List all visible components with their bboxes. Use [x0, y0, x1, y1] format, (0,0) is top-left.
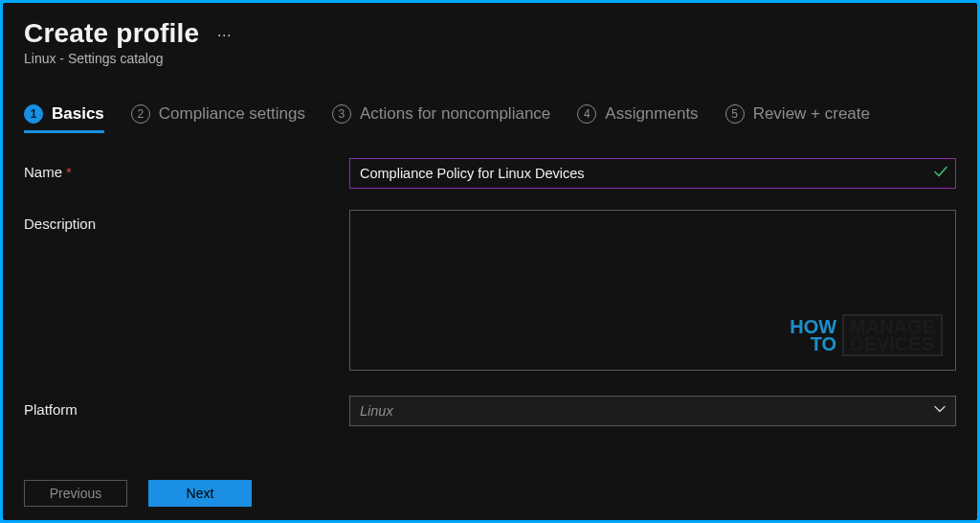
- tab-review-create[interactable]: 5 Review + create: [725, 104, 870, 132]
- tab-label: Review + create: [753, 104, 870, 124]
- required-star-icon: *: [66, 164, 72, 180]
- tab-label: Basics: [52, 104, 104, 124]
- platform-label: Platform: [24, 396, 349, 418]
- description-input[interactable]: [349, 210, 956, 371]
- platform-select-wrap: Linux: [349, 396, 956, 426]
- basics-form: Name* Description Platform Linux: [24, 158, 956, 426]
- wizard-footer: Previous Next: [24, 480, 252, 507]
- create-profile-window: Create profile … Linux - Settings catalo…: [3, 3, 977, 520]
- page-subtitle: Linux - Settings catalog: [24, 51, 956, 66]
- platform-select[interactable]: Linux: [349, 396, 956, 426]
- more-icon[interactable]: …: [216, 23, 233, 40]
- step-number-icon: 3: [332, 104, 351, 124]
- description-row: Description: [24, 210, 956, 375]
- platform-row: Platform Linux: [24, 396, 956, 426]
- step-number-icon: 4: [577, 104, 596, 124]
- platform-selected-value: Linux: [360, 403, 393, 419]
- tab-label: Assignments: [605, 104, 698, 124]
- tab-compliance-settings[interactable]: 2 Compliance settings: [131, 104, 305, 132]
- name-row: Name*: [24, 158, 956, 189]
- description-input-wrap: [349, 210, 956, 375]
- name-label: Name*: [24, 158, 349, 180]
- step-number-icon: 2: [131, 104, 150, 124]
- tab-actions-noncompliance[interactable]: 3 Actions for noncompliance: [332, 104, 550, 132]
- tab-label: Compliance settings: [159, 104, 305, 124]
- name-input[interactable]: [349, 158, 956, 189]
- description-label: Description: [24, 210, 349, 232]
- tab-basics[interactable]: 1 Basics: [24, 104, 104, 132]
- tab-assignments[interactable]: 4 Assignments: [577, 104, 698, 132]
- name-input-wrap: [349, 158, 956, 189]
- header: Create profile …: [24, 18, 956, 49]
- page-title: Create profile: [24, 18, 199, 49]
- step-number-icon: 5: [725, 104, 745, 124]
- next-button[interactable]: Next: [148, 480, 252, 507]
- name-label-text: Name: [24, 164, 62, 180]
- previous-button[interactable]: Previous: [24, 480, 127, 507]
- wizard-tabs: 1 Basics 2 Compliance settings 3 Actions…: [24, 104, 956, 133]
- step-number-icon: 1: [24, 104, 43, 124]
- tab-label: Actions for noncompliance: [360, 104, 550, 124]
